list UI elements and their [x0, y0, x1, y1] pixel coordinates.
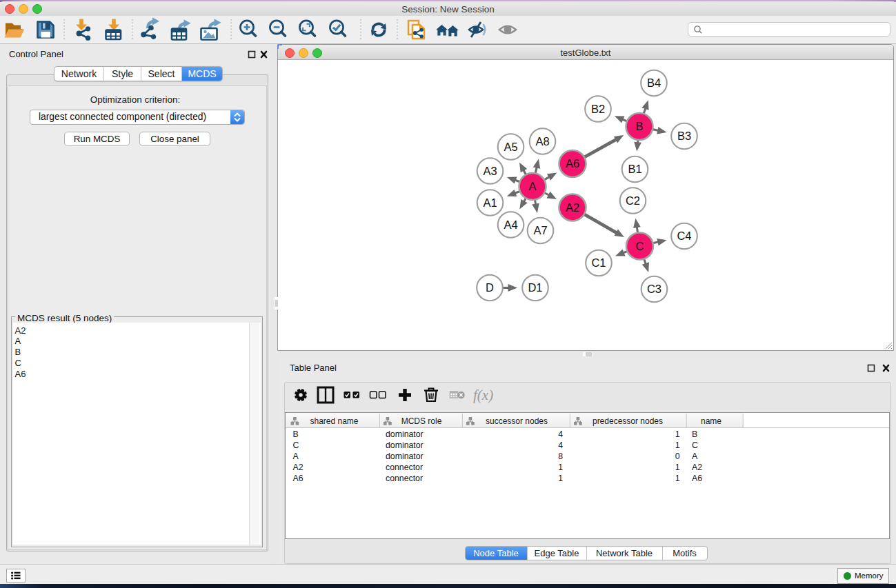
svg-text:B2: B2 [591, 102, 605, 114]
svg-text:1: 1 [675, 462, 680, 472]
svg-text:C1: C1 [591, 256, 606, 269]
svg-text:B1: B1 [628, 163, 641, 175]
svg-text:A4: A4 [504, 218, 517, 230]
svg-text:dominator: dominator [386, 440, 424, 449]
svg-text:A7: A7 [533, 224, 547, 236]
svg-text:name: name [701, 416, 721, 426]
svg-text:D1: D1 [528, 281, 542, 294]
svg-text:A3: A3 [483, 164, 497, 176]
svg-text:MCDS role: MCDS role [401, 416, 442, 426]
svg-text:1: 1 [675, 429, 680, 438]
svg-text:C: C [692, 440, 698, 449]
svg-text:A6: A6 [692, 473, 702, 483]
svg-text:4: 4 [558, 440, 563, 449]
svg-text:B: B [692, 429, 697, 438]
svg-text:C4: C4 [677, 230, 691, 242]
svg-text:1: 1 [675, 473, 680, 483]
svg-text:successor nodes: successor nodes [486, 416, 548, 426]
svg-text:A: A [528, 180, 536, 192]
svg-text:B: B [293, 429, 299, 438]
svg-text:B: B [635, 120, 643, 132]
svg-text:connector: connector [386, 462, 423, 472]
svg-text:dominator: dominator [386, 429, 424, 438]
svg-text:B3: B3 [677, 130, 691, 142]
svg-text:shared name: shared name [310, 416, 358, 426]
svg-text:A: A [293, 451, 299, 460]
svg-text:connector: connector [386, 473, 423, 483]
svg-text:A5: A5 [504, 140, 517, 152]
svg-text:A8: A8 [535, 134, 549, 147]
svg-text:A2: A2 [566, 201, 579, 213]
svg-text:A: A [692, 451, 698, 460]
svg-text:dominator: dominator [386, 451, 424, 460]
svg-text:f(x): f(x) [473, 387, 493, 403]
svg-text:1: 1 [675, 440, 680, 449]
svg-text:C3: C3 [647, 283, 661, 295]
svg-text:B4: B4 [647, 77, 661, 89]
svg-text:A1: A1 [483, 196, 497, 208]
svg-text:A2: A2 [692, 462, 702, 472]
svg-text:4: 4 [558, 429, 563, 438]
svg-text:0: 0 [675, 451, 680, 460]
svg-text:predecessor nodes: predecessor nodes [593, 416, 663, 426]
svg-text:A6: A6 [293, 473, 303, 483]
svg-text:C: C [636, 239, 644, 252]
svg-text:1: 1 [558, 473, 563, 483]
svg-text:D: D [486, 281, 494, 294]
svg-text:1: 1 [558, 462, 563, 472]
svg-text:A2: A2 [293, 462, 303, 472]
svg-text:A6: A6 [566, 157, 579, 170]
svg-text:C: C [293, 440, 299, 449]
svg-text:8: 8 [558, 451, 563, 460]
svg-text:C2: C2 [626, 194, 640, 206]
